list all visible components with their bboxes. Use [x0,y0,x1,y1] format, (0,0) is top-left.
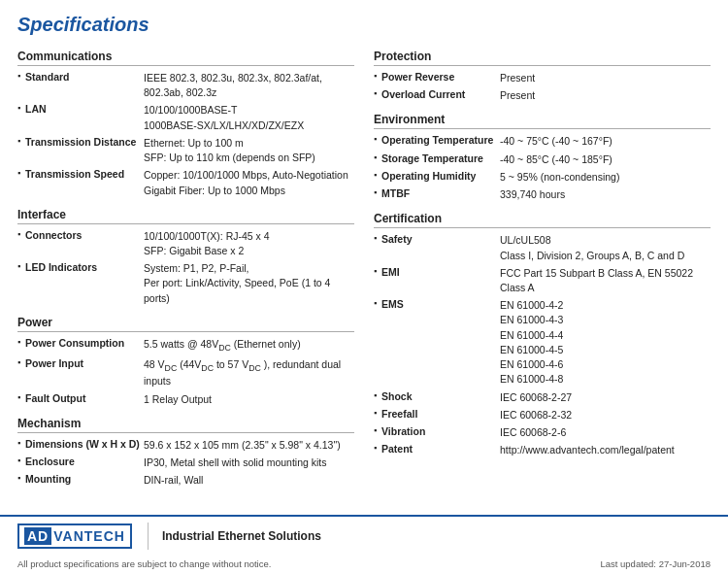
spec-label-communications-1: LAN [17,103,144,115]
spec-row-power-1: Power Input48 VDC (44VDC to 57 VDC ), re… [17,357,354,389]
spec-row-protection-1: Overload CurrentPresent [374,88,711,103]
spec-label-environment-0: Operating Temperature [374,134,500,146]
spec-row-communications-2: Transmission DistanceEthernet: Up to 100… [17,136,354,165]
spec-value-certification-2: EN 61000-4-2EN 61000-4-3EN 61000-4-4EN 6… [500,298,711,387]
spec-value-power-0: 5.5 watts @ 48VDC (Ethernet only) [144,337,354,355]
left-column: CommunicationsStandardIEEE 802.3, 802.3u… [17,50,354,505]
spec-value-protection-1: Present [500,88,711,103]
section-title-certification: Certification [374,212,711,228]
footer-bottom: All product specifications are subject t… [0,556,728,574]
spec-label-certification-3: Shock [374,390,500,402]
spec-value-interface-1: System: P1, P2, P-Fail,Per port: Link/Ac… [144,261,354,306]
spec-label-protection-0: Power Reverse [374,71,500,83]
logo-vantech-part: VANTECH [53,528,125,544]
spec-row-certification-3: ShockIEC 60068-2-27 [374,390,711,405]
spec-value-communications-1: 10/100/1000BASE-T1000BASE-SX/LX/LHX/XD/Z… [144,103,354,132]
spec-row-communications-1: LAN10/100/1000BASE-T1000BASE-SX/LX/LHX/X… [17,103,354,132]
spec-value-protection-0: Present [500,71,711,85]
spec-value-communications-0: IEEE 802.3, 802.3u, 802.3x, 802.3af/at,8… [144,71,354,100]
spec-row-environment-1: Storage Temperature-40 ~ 85°C (-40 ~ 185… [374,152,711,167]
spec-row-mechanism-1: EnclosureIP30, Metal shell with solid mo… [17,456,354,470]
two-col-layout: CommunicationsStandardIEEE 802.3, 802.3u… [17,50,711,505]
spec-row-protection-0: Power ReversePresent [374,71,711,85]
spec-row-certification-0: SafetyUL/cUL508Class I, Division 2, Grou… [374,233,711,262]
spec-label-communications-3: Transmission Speed [17,168,144,180]
spec-label-certification-4: Freefall [374,408,500,420]
logo-ad-part: AD [24,527,51,545]
page-wrapper: Specifications CommunicationsStandardIEE… [0,0,728,574]
footer-logo: AD VANTECH [17,523,132,549]
spec-label-protection-1: Overload Current [374,88,500,100]
spec-row-interface-1: LED IndicatorsSystem: P1, P2, P-Fail,Per… [17,261,354,306]
spec-label-environment-3: MTBF [374,187,500,199]
spec-value-certification-6: http://www.advantech.com/legal/patent [500,443,711,457]
logo-box: AD VANTECH [17,523,132,549]
spec-value-environment-3: 339,740 hours [500,187,711,202]
spec-label-power-0: Power Consumption [17,337,144,349]
spec-row-power-2: Fault Output1 Relay Output [17,392,354,407]
spec-value-certification-3: IEC 60068-2-27 [500,390,711,405]
spec-label-certification-5: Vibration [374,425,500,437]
spec-row-interface-0: Connectors10/100/1000T(X): RJ-45 x 4SFP:… [17,229,354,258]
section-title-interface: Interface [17,208,354,224]
spec-label-mechanism-1: Enclosure [17,456,144,467]
spec-value-certification-1: FCC Part 15 Subpart B Class A, EN 55022C… [500,266,711,295]
section-title-environment: Environment [374,113,711,129]
section-title-communications: Communications [17,50,354,66]
spec-row-certification-6: Patenthttp://www.advantech.com/legal/pat… [374,443,711,457]
section-title-protection: Protection [374,50,711,66]
spec-value-certification-0: UL/cUL508Class I, Division 2, Groups A, … [500,233,711,262]
spec-label-interface-1: LED Indicators [17,261,144,273]
spec-row-certification-4: FreefallIEC 60068-2-32 [374,408,711,422]
spec-value-environment-1: -40 ~ 85°C (-40 ~ 185°F) [500,152,711,167]
footer-divider [148,523,149,550]
spec-row-environment-2: Operating Humidity5 ~ 95% (non-condensin… [374,170,711,185]
last-updated-text: Last updated: 27-Jun-2018 [600,558,711,569]
spec-value-certification-4: IEC 60068-2-32 [500,408,711,422]
spec-value-power-2: 1 Relay Output [144,392,354,407]
spec-row-mechanism-2: MountingDIN-rail, Wall [17,473,354,488]
spec-row-mechanism-0: Dimensions (W x H x D)59.6 x 152 x 105 m… [17,438,354,453]
right-column: ProtectionPower ReversePresentOverload C… [374,50,711,505]
spec-value-mechanism-0: 59.6 x 152 x 105 mm (2.35" x 5.98" x 4.1… [144,438,354,453]
spec-label-certification-2: EMS [374,298,500,310]
content-area: Specifications CommunicationsStandardIEE… [0,0,728,515]
spec-label-mechanism-2: Mounting [17,473,144,485]
spec-value-power-1: 48 VDC (44VDC to 57 VDC ), redundant dua… [144,357,354,389]
footer: AD VANTECH Industrial Ethernet Solutions [0,515,728,556]
section-title-power: Power [17,316,354,332]
spec-label-environment-1: Storage Temperature [374,152,500,164]
spec-value-environment-2: 5 ~ 95% (non-condensing) [500,170,711,185]
spec-label-power-2: Fault Output [17,392,144,404]
disclaimer-text: All product specifications are subject t… [17,558,271,569]
footer-tagline: Industrial Ethernet Solutions [162,529,711,543]
spec-label-communications-0: Standard [17,71,144,83]
spec-label-environment-2: Operating Humidity [374,170,500,182]
spec-row-communications-3: Transmission SpeedCopper: 10/100/1000 Mb… [17,168,354,197]
spec-value-communications-3: Copper: 10/100/1000 Mbps, Auto-Negotiati… [144,168,354,197]
spec-label-communications-2: Transmission Distance [17,136,144,148]
spec-row-environment-0: Operating Temperature-40 ~ 75°C (-40 ~ 1… [374,134,711,149]
spec-value-mechanism-1: IP30, Metal shell with solid mounting ki… [144,456,354,470]
spec-row-environment-3: MTBF339,740 hours [374,187,711,202]
spec-label-power-1: Power Input [17,357,144,369]
page-title: Specifications [17,14,711,36]
spec-row-certification-2: EMSEN 61000-4-2EN 61000-4-3EN 61000-4-4E… [374,298,711,387]
spec-value-interface-0: 10/100/1000T(X): RJ-45 x 4SFP: Gigabit B… [144,229,354,258]
spec-row-certification-1: EMIFCC Part 15 Subpart B Class A, EN 550… [374,266,711,295]
spec-row-communications-0: StandardIEEE 802.3, 802.3u, 802.3x, 802.… [17,71,354,100]
spec-value-environment-0: -40 ~ 75°C (-40 ~ 167°F) [500,134,711,149]
spec-value-mechanism-2: DIN-rail, Wall [144,473,354,488]
spec-label-certification-1: EMI [374,266,500,278]
spec-value-communications-2: Ethernet: Up to 100 mSFP: Up to 110 km (… [144,136,354,165]
spec-label-certification-0: Safety [374,233,500,245]
spec-label-interface-0: Connectors [17,229,144,241]
spec-row-certification-5: VibrationIEC 60068-2-6 [374,425,711,440]
spec-label-mechanism-0: Dimensions (W x H x D) [17,438,144,450]
spec-row-power-0: Power Consumption5.5 watts @ 48VDC (Ethe… [17,337,354,355]
spec-value-certification-5: IEC 60068-2-6 [500,425,711,440]
spec-label-certification-6: Patent [374,443,500,455]
section-title-mechanism: Mechanism [17,417,354,433]
